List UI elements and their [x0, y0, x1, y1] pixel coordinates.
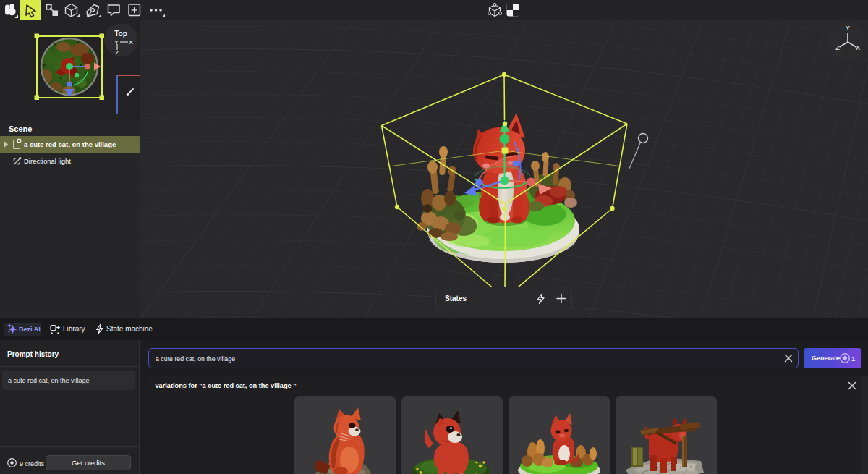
svg-text:X: X — [856, 44, 860, 51]
svg-text:Y: Y — [114, 39, 119, 46]
svg-text:Y: Y — [846, 25, 850, 32]
svg-text:Z: Z — [835, 44, 840, 51]
svg-text:Top: Top — [114, 30, 127, 38]
svg-text:Z: Z — [116, 49, 119, 56]
svg-text:X: X — [129, 39, 133, 46]
